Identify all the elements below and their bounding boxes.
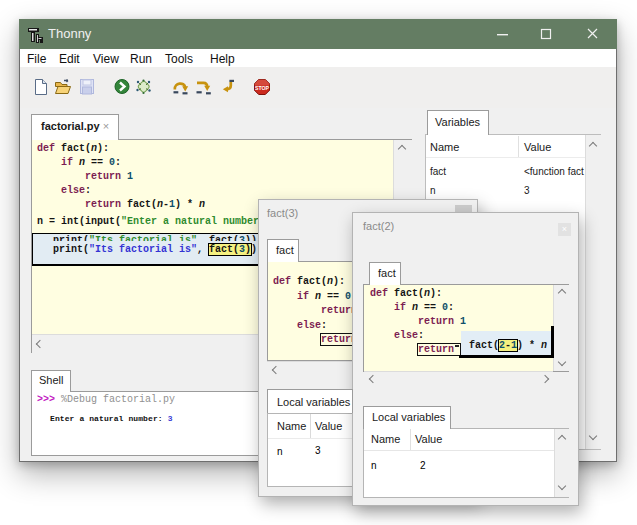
svg-text:STOP: STOP [255, 85, 270, 91]
